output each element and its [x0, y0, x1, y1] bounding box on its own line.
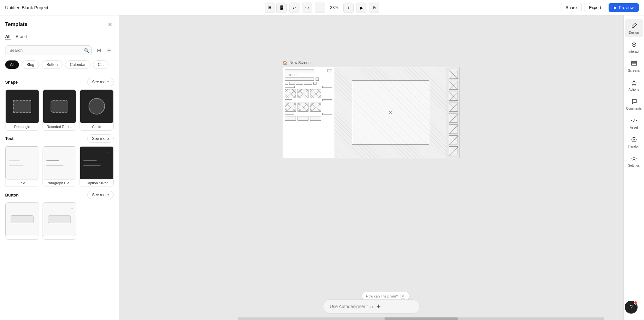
filter-more[interactable]: C...: [93, 60, 109, 69]
tab-all[interactable]: All: [5, 33, 11, 40]
caption-label: Caption Silver: [80, 179, 113, 187]
shape-section-header: Shape See more: [5, 78, 114, 86]
template-card-paragraph[interactable]: ··· Paragraph Bla...: [43, 146, 77, 187]
wf-template-label: [285, 69, 314, 72]
left-panel: Template ✕ All Brand 🔍 ⊞ ⊟ All Blog Butt…: [0, 15, 119, 320]
paragraph-thumb: ···: [43, 146, 76, 180]
template-card-btn-2[interactable]: ···: [43, 202, 77, 240]
wf-shapes-grid: [285, 89, 332, 98]
shape-section-title: Shape: [5, 80, 18, 85]
canvas-area[interactable]: 🏠 New Screen: [119, 15, 623, 320]
tool-settings[interactable]: Settings: [625, 152, 643, 170]
help-notification-badge: [634, 301, 638, 305]
filter-all[interactable]: All: [5, 60, 19, 69]
template-card-btn-1[interactable]: [5, 202, 39, 240]
wf-text-row: [285, 99, 332, 101]
button-section-title: Button: [5, 193, 19, 197]
search-wrap: 🔍: [5, 45, 92, 55]
list-view-btn[interactable]: ⊟: [105, 46, 114, 55]
pointer-btn[interactable]: 🖱: [369, 3, 379, 13]
template-card-caption[interactable]: ··· Caption Silver: [80, 146, 114, 187]
rounded-rect-label: Rounded Rect...: [43, 123, 76, 130]
asset-icon: [630, 117, 638, 124]
tool-interact[interactable]: Interact: [625, 38, 643, 56]
inner-frame-icon: ✕: [389, 110, 393, 115]
comments-icon: [630, 98, 638, 105]
wf-filters-row: [285, 82, 332, 85]
mobile-view-btn[interactable]: 📱: [276, 3, 287, 13]
rectangle-label: Rectangle: [5, 123, 39, 130]
main-layout: Template ✕ All Brand 🔍 ⊞ ⊟ All Blog Butt…: [0, 15, 644, 320]
play-btn[interactable]: ▶: [356, 3, 366, 13]
tool-handoff[interactable]: Handoff: [625, 133, 643, 151]
undo-btn[interactable]: ↩: [289, 3, 299, 13]
text-see-more-button[interactable]: See more: [87, 134, 114, 143]
view-toggle: 🖥 📱: [265, 3, 287, 13]
panel-content: Shape See more Rectangle Rounded Rect...: [0, 71, 119, 320]
para-line-3: [46, 165, 63, 166]
panel-title: Template: [5, 22, 27, 27]
wf-tab-1: [285, 74, 289, 76]
search-input[interactable]: [5, 45, 92, 55]
preview-button[interactable]: ▶ Preview: [609, 3, 639, 12]
template-card-rectangle[interactable]: Rectangle: [5, 89, 39, 131]
zoom-in-btn[interactable]: +: [343, 3, 354, 13]
right-icon-5: [449, 114, 458, 123]
wf-btn-row: [285, 113, 332, 115]
filter-blog[interactable]: Blog: [22, 60, 39, 69]
template-card-circle[interactable]: Circle: [80, 89, 114, 131]
rounded-rect-shape: [51, 100, 69, 113]
autodesigner-text: Use Autodesigner 1.5: [330, 304, 373, 309]
right-icon-1: [449, 70, 458, 79]
wf-seemore-text: [322, 99, 332, 101]
right-icon-4: [449, 103, 458, 112]
text-line-3: [9, 165, 24, 166]
filter-calendar[interactable]: Calendar: [65, 60, 90, 69]
share-button[interactable]: Share: [561, 3, 582, 12]
canvas-scrollbar-thumb[interactable]: [384, 317, 458, 320]
chat-close-btn[interactable]: ✕: [401, 294, 405, 298]
tool-screens[interactable]: Screens: [625, 57, 643, 75]
template-card-rounded-rect[interactable]: Rounded Rect...: [43, 89, 77, 131]
button-see-more-button[interactable]: See more: [87, 191, 114, 199]
search-icon[interactable]: 🔍: [84, 48, 89, 53]
circle-thumb: [80, 90, 113, 123]
svg-point-36: [633, 158, 635, 160]
tool-actions[interactable]: Actions: [625, 76, 643, 94]
wf-seemore-shape: [322, 86, 332, 88]
text-grid: Text ··· Paragraph Bla...: [5, 146, 114, 187]
zoom-out-btn[interactable]: −: [315, 3, 325, 13]
tool-asset[interactable]: Asset: [625, 114, 643, 132]
filter-row: All Blog Button Calendar C...: [0, 58, 119, 71]
shape-see-more-button[interactable]: See more: [87, 78, 114, 86]
panel-close-button[interactable]: ✕: [106, 21, 114, 28]
wf-filter-2: [289, 82, 295, 85]
home-icon: 🏠: [283, 60, 288, 65]
dots-icon: ···: [70, 149, 73, 154]
svg-line-6: [285, 103, 296, 112]
handoff-icon: [630, 136, 638, 143]
tool-design[interactable]: Design: [625, 19, 643, 37]
grid-view-btn[interactable]: ⊞: [94, 46, 103, 55]
redo-btn[interactable]: ↪: [302, 3, 312, 13]
frame-main-panel[interactable]: ✕: [334, 67, 447, 158]
autodesigner-bar[interactable]: Use Autodesigner 1.5 ✦: [323, 299, 420, 314]
inner-frame: ✕: [352, 80, 429, 145]
topbar-right: Share Export ▶ Preview: [561, 3, 639, 12]
tool-comments[interactable]: Comments: [625, 95, 643, 113]
canvas-scrollbar[interactable]: [238, 317, 604, 320]
svg-marker-33: [631, 80, 637, 85]
filter-button[interactable]: Button: [42, 60, 62, 69]
rounded-rect-thumb: [43, 90, 76, 123]
export-button[interactable]: Export: [584, 3, 606, 12]
wf-text-grid: [285, 103, 332, 112]
text-line-1: [9, 160, 20, 161]
screens-icon: [630, 60, 638, 68]
tab-brand[interactable]: Brand: [16, 33, 27, 40]
help-button[interactable]: ?: [625, 301, 638, 314]
desktop-view-btn[interactable]: 🖥: [265, 3, 275, 13]
template-card-text[interactable]: Text: [5, 146, 39, 187]
caption-thumb: ···: [80, 146, 113, 180]
rectangle-shape: [13, 100, 31, 113]
wf-shape-2: [298, 89, 308, 98]
